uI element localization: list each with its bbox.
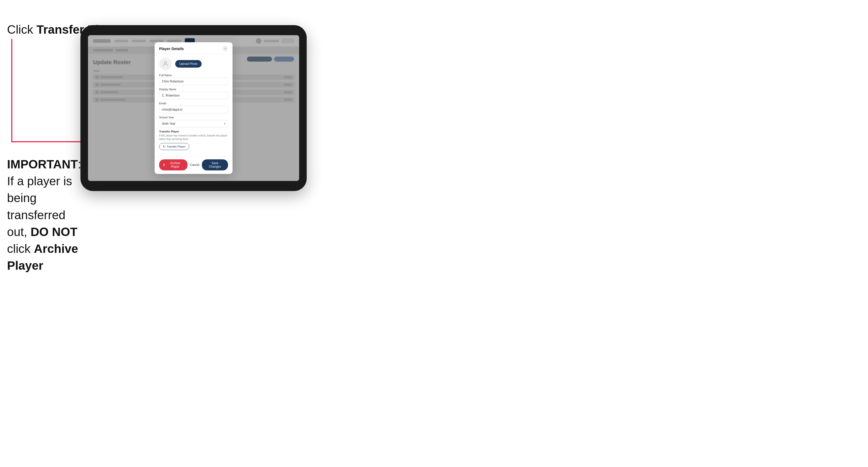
user-icon <box>162 60 169 67</box>
archive-player-button[interactable]: ⬆ Archive Player <box>159 159 188 170</box>
archive-button-label: Archive Player <box>166 161 184 168</box>
modal-footer: ⬆ Archive Player Cancel Save Changes <box>155 157 232 174</box>
tablet-device: Update Roster Team <box>81 25 307 191</box>
upload-photo-button[interactable]: Upload Photo <box>175 60 202 68</box>
player-details-modal: Player Details × <box>155 42 232 174</box>
instruction-bottom: IMPORTANT: If a player is being transfer… <box>7 156 80 274</box>
save-changes-button[interactable]: Save Changes <box>202 159 228 170</box>
full-name-field: Full Name <box>159 74 228 85</box>
transfer-player-button[interactable]: ↻ Transfer Player <box>159 143 189 150</box>
instruction-important: IMPORTANT <box>7 158 78 171</box>
photo-avatar <box>159 58 172 70</box>
transfer-section-description: If this player has moved to another scho… <box>159 134 228 141</box>
full-name-label: Full Name <box>159 74 228 77</box>
instruction-prefix: Click <box>7 23 36 36</box>
cancel-button[interactable]: Cancel <box>190 163 199 167</box>
transfer-player-section: Transfer Player If this player has moved… <box>159 130 228 150</box>
archive-icon: ⬆ <box>163 163 165 167</box>
tablet-screen: Update Roster Team <box>88 35 299 181</box>
school-year-field: School Year First Year Second Year Third… <box>159 116 228 127</box>
arrow-vertical <box>11 39 12 142</box>
email-label: Email <box>159 102 228 105</box>
transfer-icon: ↻ <box>163 145 165 148</box>
transfer-button-label: Transfer Player <box>167 145 186 148</box>
school-year-label: School Year <box>159 116 228 119</box>
email-field: Email <box>159 102 228 113</box>
instruction-body: : If a player is being transferred out, … <box>7 158 81 272</box>
modal-header: Player Details × <box>155 42 232 54</box>
full-name-input[interactable] <box>159 78 228 85</box>
modal-overlay: Player Details × <box>88 35 299 181</box>
school-year-select[interactable]: First Year Second Year Third Year Fourth… <box>159 120 228 127</box>
close-icon: × <box>224 47 226 50</box>
modal-close-button[interactable]: × <box>222 46 228 51</box>
school-year-select-wrapper: First Year Second Year Third Year Fourth… <box>159 120 228 127</box>
modal-body: Upload Photo Full Name Display Name <box>155 54 232 157</box>
email-input[interactable] <box>159 106 228 113</box>
display-name-field: Display Name <box>159 88 228 99</box>
display-name-input[interactable] <box>159 92 228 99</box>
svg-point-0 <box>164 62 166 64</box>
modal-title: Player Details <box>159 46 184 51</box>
transfer-section-title: Transfer Player <box>159 130 228 133</box>
photo-section: Upload Photo <box>159 58 228 70</box>
display-name-label: Display Name <box>159 88 228 91</box>
